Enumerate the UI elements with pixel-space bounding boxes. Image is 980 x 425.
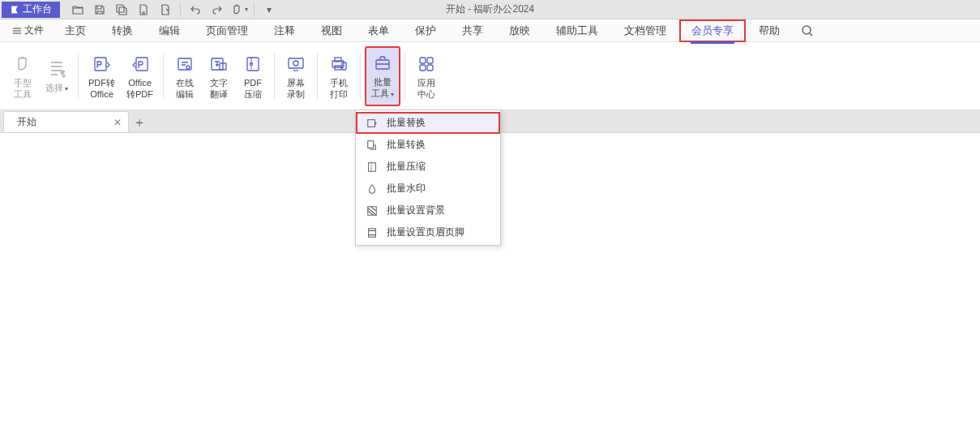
hand-tool-button[interactable]: 手型 工具 — [6, 47, 39, 105]
separator — [360, 54, 361, 99]
print-button[interactable] — [156, 1, 175, 19]
svg-point-0 — [802, 26, 811, 34]
touch-mode-button[interactable]: ▾ — [229, 1, 249, 19]
pdf-to-office-button[interactable]: PDF转 Office — [83, 47, 120, 105]
page-icon — [137, 3, 150, 16]
batch-watermark-label: 批量水印 — [387, 182, 426, 195]
folder-open-icon — [71, 3, 84, 16]
svg-rect-19 — [427, 65, 433, 71]
batch-header-footer-label: 批量设置页眉页脚 — [387, 225, 464, 239]
chevron-down-icon: ▾ — [267, 4, 272, 15]
briefcase-icon — [373, 54, 392, 73]
print-icon — [159, 3, 172, 16]
pdf-compress-button[interactable]: PDF 压缩 — [237, 47, 269, 105]
batch-convert-label: 批量转换 — [387, 138, 426, 152]
svg-rect-9 — [289, 58, 303, 68]
menu-file[interactable]: 文件 — [4, 20, 52, 41]
document-tab-label: 开始 — [17, 115, 36, 129]
page-preview-button[interactable] — [134, 1, 153, 19]
office-to-pdf-label: Office 转PDF — [126, 77, 153, 100]
undo-button[interactable] — [186, 1, 205, 19]
select-icon — [47, 59, 66, 79]
save-all-button[interactable] — [112, 1, 131, 19]
menu-search-button[interactable] — [799, 23, 815, 39]
batch-replace-item[interactable]: 批量替换 — [356, 112, 500, 134]
office-convert-icon — [131, 54, 150, 74]
separator — [404, 54, 405, 99]
cloud-edit-icon — [175, 54, 195, 74]
menu-convert[interactable]: 转换 — [99, 19, 146, 42]
menu-home[interactable]: 主页 — [52, 19, 99, 42]
menu-page-manage[interactable]: 页面管理 — [193, 19, 261, 42]
phone-print-label: 手机 打印 — [330, 77, 348, 100]
separator — [274, 54, 275, 99]
menu-edit[interactable]: 编辑 — [146, 19, 193, 42]
background-icon — [366, 205, 378, 217]
chevron-down-icon: ▾ — [65, 85, 68, 92]
svg-rect-17 — [427, 58, 433, 63]
qat-customize-button[interactable]: ▾ — [259, 1, 279, 19]
redo-button[interactable] — [208, 1, 227, 19]
pdf-to-office-label: PDF转 Office — [88, 77, 115, 100]
batch-compress-item[interactable]: 批量压缩 — [356, 156, 500, 178]
batch-header-footer-item[interactable]: 批量设置页眉页脚 — [356, 221, 500, 243]
online-edit-label: 在线 编辑 — [176, 77, 194, 100]
screen-record-button[interactable]: 屏幕 录制 — [280, 47, 312, 105]
separator — [180, 3, 181, 16]
office-to-pdf-button[interactable]: Office 转PDF — [122, 47, 158, 105]
search-icon — [801, 24, 814, 37]
compress-small-icon — [366, 161, 378, 173]
hand-tool-label: 手型 工具 — [14, 77, 32, 100]
menu-help[interactable]: 帮助 — [746, 19, 793, 42]
phone-print-icon — [329, 54, 349, 74]
chevron-down-icon: ▾ — [391, 91, 394, 98]
online-edit-button[interactable]: 在线 编辑 — [169, 47, 201, 105]
app-center-button[interactable]: 应用 中心 — [410, 47, 443, 105]
document-tab[interactable]: 开始 ✕ — [3, 111, 129, 132]
pdf-compress-label: PDF 压缩 — [244, 77, 262, 100]
svg-rect-2 — [136, 58, 148, 71]
hand-icon — [230, 3, 243, 16]
menu-member-exclusive[interactable]: 会员专享 — [679, 19, 746, 42]
new-tab-button[interactable]: ＋ — [129, 113, 150, 132]
batch-background-label: 批量设置背景 — [387, 204, 445, 217]
menu-share[interactable]: 共享 — [449, 19, 496, 42]
open-button[interactable] — [68, 1, 88, 19]
menu-form[interactable]: 表单 — [355, 19, 402, 42]
redo-icon — [211, 3, 224, 16]
text-translate-button[interactable]: 文字 翻译 — [203, 47, 235, 105]
separator — [163, 54, 164, 99]
pdf-convert-icon — [92, 54, 112, 74]
batch-convert-item[interactable]: 批量转换 — [356, 134, 500, 156]
save-button[interactable] — [90, 1, 109, 19]
text-translate-label: 文字 翻译 — [210, 77, 228, 100]
workspace-label: 工作台 — [23, 2, 52, 16]
batch-watermark-item[interactable]: 批量水印 — [356, 178, 500, 200]
header-footer-icon — [366, 227, 378, 238]
menu-annotate[interactable]: 注释 — [261, 19, 308, 42]
menu-aux-tools[interactable]: 辅助工具 — [543, 19, 611, 42]
svg-rect-1 — [95, 58, 106, 71]
select-label: 选择▾ — [45, 82, 68, 95]
save-all-icon — [115, 3, 128, 16]
svg-point-10 — [293, 61, 298, 66]
window-title: 开始 - 福昕办公2024 — [446, 2, 534, 16]
apps-icon — [417, 54, 436, 74]
menu-view[interactable]: 视图 — [308, 19, 355, 42]
batch-background-item[interactable]: 批量设置背景 — [356, 200, 500, 221]
batch-replace-label: 批量替换 — [387, 116, 426, 130]
batch-compress-label: 批量压缩 — [387, 160, 426, 174]
menu-protect[interactable]: 保护 — [402, 19, 449, 42]
compress-icon — [243, 54, 263, 74]
batch-tools-dropdown: 批量替换 批量转换 批量压缩 批量水印 批量设置背景 批量设置页眉页脚 — [355, 109, 501, 246]
menu-present[interactable]: 放映 — [496, 19, 543, 42]
screen-record-label: 屏幕 录制 — [287, 77, 305, 100]
svg-rect-22 — [369, 162, 376, 171]
phone-print-button[interactable]: 手机 打印 — [323, 47, 355, 105]
select-button[interactable]: 选择▾ — [41, 47, 73, 105]
batch-tools-button[interactable]: 批量 工具▾ — [366, 47, 400, 105]
quick-access-toolbar: ▾ ▾ — [68, 1, 279, 19]
close-tab-button[interactable]: ✕ — [113, 117, 122, 128]
menu-doc-manage[interactable]: 文档管理 — [611, 19, 679, 42]
workspace-button[interactable]: 工作台 — [2, 2, 60, 18]
